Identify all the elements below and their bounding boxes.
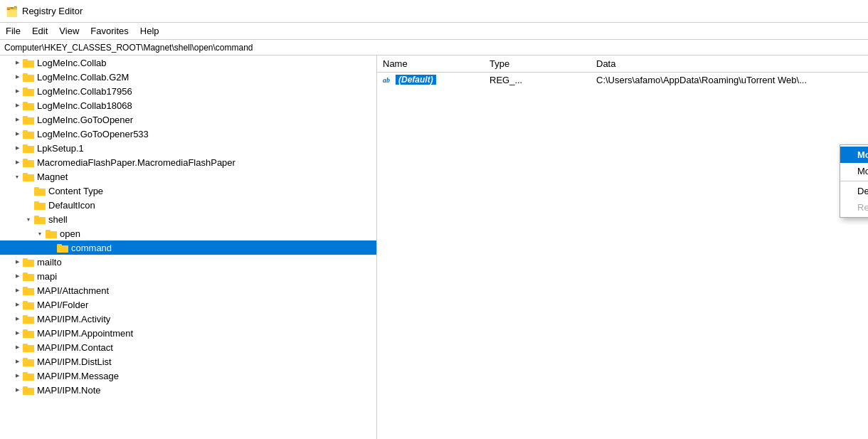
- expand-shell[interactable]: [23, 213, 34, 225]
- svg-rect-28: [23, 260, 34, 267]
- tree-item-logmeingotoopener533[interactable]: LogMeInc.GoToOpener533: [0, 127, 376, 141]
- reg-type-default: REG_...: [484, 75, 591, 85]
- tree-item-logmeingoToopener[interactable]: LogMeInc.GoToOpener: [0, 112, 376, 127]
- label-open: open: [60, 228, 80, 239]
- svg-rect-10: [23, 132, 34, 139]
- svg-rect-12: [23, 146, 34, 153]
- label-shell: shell: [48, 214, 68, 225]
- tree-item-shell[interactable]: shell: [0, 212, 376, 226]
- label-logmeingotoopener533: LogMeInc.GoToOpener533: [37, 129, 149, 139]
- menu-edit[interactable]: Edit: [26, 24, 53, 38]
- expand-mailto[interactable]: [11, 256, 23, 268]
- expand-logmeincollabg2m[interactable]: [11, 71, 23, 83]
- reg-data-default: C:\Users\afamo\AppData\Roaming\uTorrent …: [591, 75, 868, 85]
- expand-mapiipmnotein[interactable]: [11, 384, 23, 396]
- tree-item-mapiipmdistlist[interactable]: MAPI/IPM.DistList: [0, 354, 376, 369]
- ctx-modify-binary[interactable]: Modify Binary Data...: [840, 163, 868, 179]
- svg-rect-30: [23, 274, 34, 281]
- svg-rect-31: [23, 273, 28, 275]
- label-lpksetup1: LpkSetup.1: [37, 143, 84, 154]
- menu-view[interactable]: View: [53, 24, 85, 38]
- tree-item-contenttype[interactable]: Content Type: [0, 184, 376, 198]
- folder-icon: [23, 371, 34, 381]
- tree-item-mapiipmnotein[interactable]: MAPI/IPM.Note: [0, 383, 376, 397]
- folder-icon: [23, 314, 34, 324]
- svg-rect-17: [23, 173, 28, 175]
- expand-open[interactable]: [34, 228, 46, 239]
- tree-item-mapifolder[interactable]: MAPI/Folder: [0, 297, 376, 312]
- ctx-delete[interactable]: Delete: [840, 183, 868, 199]
- tree-item-macromedia[interactable]: MacromediaFlashPaper.MacromediaFlashPape…: [0, 155, 376, 169]
- expand-magnet[interactable]: [11, 171, 23, 182]
- left-pane[interactable]: LogMeInc.Collab LogMeInc.Collab.G2M LogM…: [0, 55, 377, 439]
- folder-icon: [23, 300, 34, 310]
- label-mailto: mailto: [37, 257, 62, 268]
- tree-item-mapiipmcontact[interactable]: MAPI/IPM.Contact: [0, 340, 376, 354]
- menu-file[interactable]: File: [0, 24, 26, 38]
- registry-row-default[interactable]: ab (Default) REG_... C:\Users\afamo\AppD…: [377, 73, 868, 87]
- tree-item-mailto[interactable]: mailto: [0, 255, 376, 269]
- label-defaulticon: DefaultIcon: [48, 200, 95, 211]
- svg-rect-47: [23, 386, 28, 388]
- ctx-modify-label: Modify...: [857, 149, 868, 160]
- expand-mapiipmcontact[interactable]: [11, 342, 23, 353]
- menu-favorites[interactable]: Favorites: [85, 24, 134, 38]
- tree-item-logmeincollab[interactable]: LogMeInc.Collab: [0, 55, 376, 70]
- expand-logmeincollab[interactable]: [11, 57, 23, 68]
- label-contenttype: Content Type: [48, 186, 103, 196]
- svg-rect-37: [23, 315, 28, 317]
- tree-item-open[interactable]: open: [0, 226, 376, 240]
- expand-mapifolder[interactable]: [11, 299, 23, 310]
- tree-item-mapiipmappointment[interactable]: MAPI/IPM.Appointment: [0, 326, 376, 340]
- folder-icon: [23, 157, 34, 167]
- col-header-data: Data: [591, 57, 868, 70]
- expand-logmeingoToopener[interactable]: [11, 114, 23, 125]
- tree-item-magnet[interactable]: Magnet: [0, 169, 376, 184]
- tree-item-mapi[interactable]: mapi: [0, 269, 376, 283]
- svg-rect-9: [23, 116, 28, 118]
- tree-item-mapiattachment[interactable]: MAPI/Attachment: [0, 283, 376, 297]
- svg-rect-33: [23, 287, 28, 289]
- tree-item-command[interactable]: command: [0, 240, 376, 255]
- label-logmeincollabg2m: LogMeInc.Collab.G2M: [37, 72, 129, 83]
- tree-item-mapiipmactivity[interactable]: MAPI/IPM.Activity: [0, 312, 376, 326]
- label-macromedia: MacromediaFlashPaper.MacromediaFlashPape…: [37, 157, 235, 168]
- expand-mapiipmappointment[interactable]: [11, 327, 23, 339]
- expand-logmeincollab17956[interactable]: [11, 85, 23, 97]
- tree-item-logmeincollabg2m[interactable]: LogMeInc.Collab.G2M: [0, 70, 376, 84]
- ctx-modify[interactable]: Modify...: [840, 147, 868, 163]
- svg-rect-23: [34, 216, 39, 218]
- label-mapiipmdistlist: MAPI/IPM.DistList: [37, 356, 112, 367]
- context-menu: Modify... Modify Binary Data... Delete R…: [840, 144, 868, 218]
- tree-item-defaulticon[interactable]: DefaultIcon: [0, 198, 376, 212]
- expand-command: [46, 242, 57, 253]
- expand-lpksetup1[interactable]: [11, 142, 23, 154]
- tree-item-logmeincollab17956[interactable]: LogMeInc.Collab17956: [0, 84, 376, 98]
- svg-rect-0: [23, 60, 34, 68]
- tree-scroll: LogMeInc.Collab LogMeInc.Collab.G2M LogM…: [0, 55, 376, 397]
- expand-mapi[interactable]: [11, 270, 23, 282]
- app-icon: 🗂️: [6, 6, 18, 17]
- folder-icon: [34, 214, 46, 224]
- svg-rect-25: [46, 230, 51, 232]
- expand-mapiipmmessage[interactable]: [11, 370, 23, 381]
- label-command: command: [71, 243, 112, 253]
- svg-rect-13: [23, 144, 28, 147]
- svg-rect-40: [23, 345, 34, 352]
- tree-item-lpksetup1[interactable]: LpkSetup.1: [0, 141, 376, 155]
- expand-mapiattachment[interactable]: [11, 285, 23, 296]
- ab-icon: ab: [383, 76, 390, 84]
- folder-icon: [34, 186, 46, 196]
- svg-rect-39: [23, 329, 28, 332]
- tree-item-mapiipmmessage[interactable]: MAPI/IPM.Message: [0, 369, 376, 383]
- svg-rect-38: [23, 331, 34, 338]
- label-mapiipmappointment: MAPI/IPM.Appointment: [37, 328, 133, 339]
- expand-mapiipmdistlist[interactable]: [11, 356, 23, 367]
- tree-item-logmeincollab18068[interactable]: LogMeInc.Collab18068: [0, 98, 376, 112]
- svg-rect-36: [23, 317, 34, 324]
- expand-logmeingotoopener533[interactable]: [11, 128, 23, 139]
- menu-help[interactable]: Help: [134, 24, 165, 38]
- expand-mapiipmactivity[interactable]: [11, 313, 23, 324]
- expand-logmeincollab18068[interactable]: [11, 100, 23, 111]
- expand-macromedia[interactable]: [11, 157, 23, 168]
